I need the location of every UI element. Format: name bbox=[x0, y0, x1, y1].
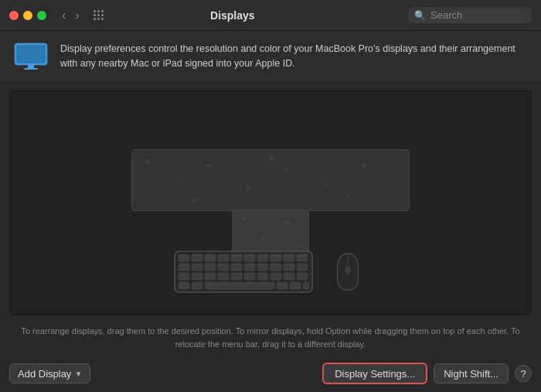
svg-rect-11 bbox=[257, 254, 268, 261]
svg-rect-7 bbox=[205, 254, 216, 261]
svg-rect-13 bbox=[284, 254, 294, 261]
svg-rect-36 bbox=[192, 282, 202, 289]
svg-rect-10 bbox=[244, 254, 255, 261]
arrangement-area bbox=[9, 90, 532, 315]
svg-rect-14 bbox=[297, 254, 308, 261]
svg-rect-24 bbox=[297, 264, 308, 271]
svg-rect-35 bbox=[179, 282, 189, 289]
svg-rect-15 bbox=[179, 264, 189, 271]
svg-rect-26 bbox=[192, 273, 202, 280]
window-title: Displays bbox=[63, 9, 402, 22]
display-icon bbox=[12, 42, 49, 71]
night-shift-button[interactable]: Night Shift... bbox=[434, 363, 509, 383]
search-input[interactable] bbox=[430, 9, 523, 21]
maximize-button[interactable] bbox=[37, 11, 46, 20]
svg-rect-3 bbox=[24, 68, 38, 70]
add-display-button[interactable]: Add Display ▼ bbox=[9, 363, 90, 383]
titlebar: ‹ › Displays 🔍 bbox=[0, 0, 541, 31]
svg-rect-18 bbox=[218, 264, 229, 271]
help-button[interactable]: ? bbox=[515, 365, 532, 382]
svg-rect-32 bbox=[270, 273, 281, 280]
svg-rect-38 bbox=[277, 282, 288, 289]
svg-rect-22 bbox=[270, 264, 281, 271]
close-button[interactable] bbox=[9, 11, 19, 20]
main-display[interactable] bbox=[131, 149, 410, 211]
svg-point-42 bbox=[345, 266, 350, 274]
svg-rect-27 bbox=[205, 273, 216, 280]
svg-rect-6 bbox=[192, 254, 202, 261]
svg-rect-20 bbox=[244, 264, 255, 271]
svg-rect-1 bbox=[16, 45, 46, 63]
svg-rect-39 bbox=[290, 282, 301, 289]
svg-rect-31 bbox=[257, 273, 268, 280]
add-display-label: Add Display bbox=[18, 368, 71, 380]
svg-rect-12 bbox=[270, 254, 281, 261]
svg-rect-34 bbox=[297, 273, 308, 280]
svg-rect-5 bbox=[179, 254, 189, 261]
svg-rect-16 bbox=[192, 264, 202, 271]
traffic-lights bbox=[9, 11, 46, 20]
svg-rect-17 bbox=[205, 264, 216, 271]
search-bar[interactable]: 🔍 bbox=[408, 7, 532, 23]
svg-rect-28 bbox=[218, 273, 229, 280]
svg-rect-8 bbox=[218, 254, 229, 261]
question-icon: ? bbox=[520, 368, 526, 380]
night-shift-label: Night Shift... bbox=[444, 368, 498, 380]
display-settings-button[interactable]: Display Settings... bbox=[322, 363, 427, 384]
svg-rect-21 bbox=[257, 264, 268, 271]
search-icon: 🔍 bbox=[414, 10, 426, 21]
svg-rect-33 bbox=[284, 273, 294, 280]
svg-rect-25 bbox=[179, 273, 189, 280]
peripherals bbox=[174, 251, 367, 293]
svg-rect-23 bbox=[284, 264, 294, 271]
keyboard-icon bbox=[174, 251, 313, 293]
svg-rect-40 bbox=[303, 282, 309, 289]
secondary-display-screen bbox=[233, 211, 308, 256]
info-description: Display preferences control the resoluti… bbox=[60, 42, 529, 71]
main-display-screen bbox=[132, 150, 409, 210]
mouse-icon bbox=[328, 251, 367, 293]
svg-rect-2 bbox=[28, 65, 34, 68]
svg-rect-30 bbox=[244, 273, 255, 280]
svg-rect-37 bbox=[205, 282, 274, 289]
secondary-display[interactable] bbox=[232, 210, 309, 257]
minimize-button[interactable] bbox=[23, 11, 32, 20]
display-settings-label: Display Settings... bbox=[335, 368, 415, 380]
bottom-toolbar: Add Display ▼ Display Settings... Night … bbox=[0, 356, 541, 392]
chevron-down-icon: ▼ bbox=[74, 370, 82, 378]
svg-rect-9 bbox=[231, 254, 242, 261]
main-content: Display preferences control the resoluti… bbox=[0, 31, 541, 392]
svg-rect-19 bbox=[231, 264, 242, 271]
svg-rect-29 bbox=[231, 273, 242, 280]
instruction-text: To rearrange displays, drag them to the … bbox=[0, 320, 541, 356]
info-bar: Display preferences control the resoluti… bbox=[0, 31, 541, 83]
displays-container bbox=[131, 149, 410, 257]
